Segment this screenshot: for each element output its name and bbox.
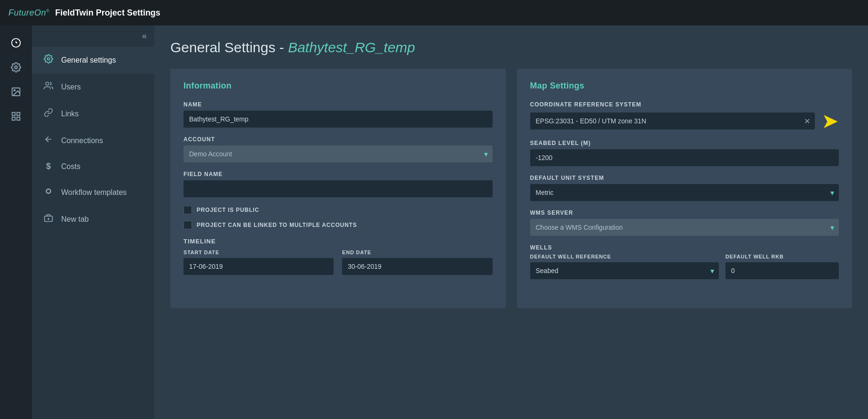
collapse-icon[interactable]: « [142, 31, 147, 41]
collapse-button[interactable]: « [32, 25, 154, 47]
account-field-group: ACCOUNT Demo Account ▾ [183, 136, 493, 162]
svg-rect-7 [17, 113, 20, 115]
workflow-icon [42, 186, 55, 198]
brand: FutureOn® FieldTwin Project Settings [8, 8, 160, 18]
main-layout: « General settings Users [0, 25, 868, 419]
seabed-input[interactable] [530, 149, 839, 166]
sidebar-label-workflow-templates: Workflow templates [61, 188, 127, 197]
crs-wrap: ✕ [530, 113, 815, 129]
sidebar-item-users[interactable]: Users [32, 73, 154, 100]
page-title-separator: - [279, 40, 288, 55]
start-date-group: START DATE [183, 250, 334, 275]
connections-icon [42, 135, 55, 146]
sidebar-label-connections: Connections [61, 137, 103, 145]
unit-field-group: DEFAULT UNIT SYSTEM Metric Imperial ▾ [530, 175, 839, 201]
wms-field-group: WMS SERVER Choose a WMS Configuration ▾ [530, 210, 839, 236]
costs-icon: $ [42, 161, 55, 171]
cards-row: Information NAME ACCOUNT Demo Account ▾ [170, 69, 852, 308]
sidebar-label-costs: Costs [61, 162, 80, 171]
timeline-label: TIMELINE [183, 238, 493, 245]
well-rkb-input[interactable] [725, 262, 839, 279]
sidebar-item-workflow-templates[interactable]: Workflow templates [32, 179, 154, 206]
general-settings-icon [42, 54, 55, 66]
crs-field-group: COORDINATE REFERENCE SYSTEM ✕ ➤ [530, 101, 839, 131]
content-area: General Settings - Bathytest_RG_temp Inf… [154, 25, 868, 419]
seabed-field-group: SEABED LEVEL (M) [530, 140, 839, 166]
sidebar-item-connections[interactable]: Connections [32, 127, 154, 154]
field-name-label: FIELD NAME [183, 171, 493, 177]
account-select-wrap: Demo Account ▾ [183, 145, 493, 162]
svg-rect-6 [12, 113, 15, 115]
start-date-input[interactable] [183, 258, 334, 275]
info-card-title: Information [183, 81, 493, 91]
information-card: Information NAME ACCOUNT Demo Account ▾ [170, 69, 506, 308]
unit-label: DEFAULT UNIT SYSTEM [530, 175, 839, 181]
seabed-label: SEABED LEVEL (M) [530, 140, 839, 146]
well-rkb-label: DEFAULT WELL RKB [725, 254, 839, 259]
wells-row: DEFAULT WELL REFERENCE Seabed MSL ▾ DEFA… [530, 254, 839, 288]
image-icon-btn[interactable] [5, 81, 27, 103]
sidebar-item-costs[interactable]: $ Costs [32, 154, 154, 179]
well-ref-group: DEFAULT WELL REFERENCE Seabed MSL ▾ [530, 254, 719, 279]
users-icon [42, 81, 55, 93]
wells-section: WELLS DEFAULT WELL REFERENCE Seabed MSL … [530, 244, 839, 288]
sidebar-label-new-tab: New tab [61, 215, 89, 224]
well-ref-select-wrap: Seabed MSL ▾ [530, 262, 719, 279]
svg-point-5 [14, 89, 15, 91]
icon-sidebar [0, 25, 32, 419]
nav-sidebar: « General settings Users [32, 25, 154, 419]
field-name-group: FIELD NAME [183, 171, 493, 197]
topbar: FutureOn® FieldTwin Project Settings [0, 0, 868, 25]
sidebar-item-links[interactable]: Links [32, 100, 154, 127]
start-date-label: START DATE [183, 250, 334, 255]
unit-select[interactable]: Metric Imperial [530, 184, 839, 201]
multiple-accounts-checkbox[interactable] [183, 221, 192, 229]
svg-point-10 [48, 58, 50, 60]
wms-select[interactable]: Choose a WMS Configuration [530, 219, 839, 236]
page-title-text: General Settings [170, 40, 275, 55]
end-date-group: END DATE [342, 250, 492, 275]
crs-label: COORDINATE REFERENCE SYSTEM [530, 101, 839, 108]
well-rkb-group: DEFAULT WELL RKB [725, 254, 839, 279]
wells-label: WELLS [530, 244, 839, 251]
account-select[interactable]: Demo Account [183, 145, 493, 162]
crs-row: ✕ ➤ [530, 111, 839, 131]
timeline-dates: START DATE END DATE [183, 250, 493, 275]
map-card-title: Map Settings [530, 81, 839, 91]
project-public-row: PROJECT IS PUBLIC [183, 206, 493, 214]
end-date-label: END DATE [342, 250, 492, 255]
new-tab-icon [42, 213, 55, 225]
settings-icon-btn[interactable] [5, 56, 27, 78]
multiple-accounts-row: PROJECT CAN BE LINKED TO MULTIPLE ACCOUN… [183, 221, 493, 229]
dashboard-icon-btn[interactable] [5, 32, 27, 54]
sidebar-item-general-settings[interactable]: General settings [32, 47, 154, 73]
wms-select-wrap: Choose a WMS Configuration ▾ [530, 219, 839, 236]
sidebar-label-links: Links [61, 110, 79, 118]
svg-point-14 [47, 190, 50, 193]
crs-input[interactable] [530, 113, 815, 129]
timeline-section: TIMELINE START DATE END DATE [183, 238, 493, 275]
svg-point-3 [15, 66, 17, 69]
name-input[interactable] [183, 111, 493, 128]
sidebar-label-general-settings: General settings [61, 56, 116, 64]
unit-select-wrap: Metric Imperial ▾ [530, 184, 839, 201]
field-name-input[interactable] [183, 180, 493, 197]
svg-rect-9 [17, 117, 20, 120]
account-label: ACCOUNT [183, 136, 493, 143]
crs-clear-icon[interactable]: ✕ [804, 117, 810, 126]
map-settings-card: Map Settings COORDINATE REFERENCE SYSTEM… [517, 69, 852, 308]
name-field-group: NAME [183, 101, 493, 128]
page-title: General Settings - Bathytest_RG_temp [170, 40, 852, 56]
sidebar-item-new-tab[interactable]: New tab [32, 206, 154, 233]
well-ref-select[interactable]: Seabed MSL [530, 262, 719, 279]
project-public-checkbox[interactable] [183, 206, 192, 214]
well-ref-label: DEFAULT WELL REFERENCE [530, 254, 719, 259]
end-date-input[interactable] [342, 258, 492, 275]
svg-point-11 [46, 82, 49, 86]
project-public-label: PROJECT IS PUBLIC [197, 207, 259, 213]
sidebar-label-users: Users [61, 83, 81, 91]
logo-text: FutureOn® [8, 8, 49, 18]
project-name: Bathytest_RG_temp [288, 40, 415, 55]
app-title: FieldTwin Project Settings [55, 8, 160, 18]
grid-icon-btn[interactable] [5, 105, 27, 127]
